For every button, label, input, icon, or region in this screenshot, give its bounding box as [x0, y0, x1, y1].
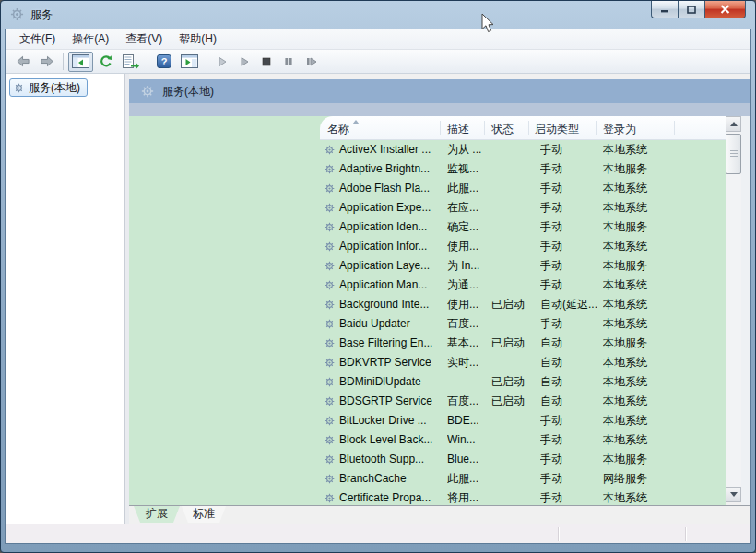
scrollbar-thumb[interactable]	[726, 134, 741, 174]
tab-standard[interactable]: 标准	[182, 506, 226, 523]
column-header-description[interactable]: 描述	[447, 122, 469, 137]
refresh-button[interactable]	[95, 52, 117, 72]
service-status	[491, 488, 534, 505]
table-row[interactable]: Application Infor... 使用... 手动 本地系统	[320, 237, 729, 256]
service-logon-as: 网络服务	[603, 469, 686, 488]
pane-header: 服务(本地)	[129, 79, 750, 103]
export-list-button[interactable]	[119, 52, 143, 72]
service-gear-icon	[325, 493, 335, 503]
service-name: Application Laye...	[339, 256, 430, 276]
table-row[interactable]: Application Iden... 确定... 手动 本地服务	[320, 218, 729, 237]
menu-help[interactable]: 帮助(H)	[171, 29, 225, 49]
table-row[interactable]: BitLocker Drive ... BDE... 手动 本地系统	[320, 411, 729, 430]
help-button[interactable]: ?	[153, 52, 175, 72]
service-gear-icon	[325, 319, 335, 329]
pause-service-icon	[282, 55, 295, 68]
toolbar: ?	[6, 50, 750, 74]
table-row[interactable]: Bluetooth Supp... Blue... 手动 本地服务	[320, 450, 729, 469]
menu-file[interactable]: 文件(F)	[11, 29, 64, 49]
service-name: Application Man...	[339, 276, 427, 295]
service-startup-type: 手动	[540, 218, 601, 237]
service-status	[491, 353, 534, 372]
table-row[interactable]: ActiveX Installer ... 为从 ... 手动 本地系统	[320, 140, 729, 159]
pane-header-gear-icon	[141, 85, 154, 98]
menu-view[interactable]: 查看(V)	[117, 29, 171, 49]
close-button[interactable]	[704, 1, 746, 18]
column-header-name[interactable]: 名称	[327, 122, 349, 137]
table-row[interactable]: BDKVRTP Service 实时... 自动 本地系统	[320, 353, 729, 372]
sidebar-item-services-local[interactable]: 服务(本地)	[9, 78, 88, 97]
service-logon-as: 本地系统	[603, 140, 686, 159]
column-header-logon-as[interactable]: 登录为	[603, 122, 636, 137]
scroll-down-button[interactable]	[726, 487, 741, 502]
table-row[interactable]: BDSGRTP Service 百度... 已启动 自动 本地系统	[320, 392, 729, 411]
service-gear-icon	[325, 261, 335, 271]
service-logon-as: 本地服务	[603, 334, 686, 353]
column-header-startup-type[interactable]: 启动类型	[535, 122, 579, 137]
service-name: Certificate Propa...	[339, 488, 431, 505]
services-table: 名称 描述 状态 启动类型 登录为	[320, 116, 729, 505]
table-row[interactable]: Application Expe... 在应... 手动 本地系统	[320, 198, 729, 218]
service-description: 使用...	[447, 237, 489, 256]
table-row[interactable]: Application Laye... 为 In... 手动 本地服务	[320, 256, 729, 276]
service-startup-type: 手动	[540, 198, 601, 218]
restart-service-button[interactable]	[301, 52, 322, 72]
service-description: 百度...	[447, 314, 489, 334]
resume-service-button[interactable]	[234, 52, 254, 72]
forward-button[interactable]	[36, 52, 58, 72]
table-row[interactable]: Adobe Flash Pla... 此服... 手动 本地系统	[320, 179, 729, 198]
start-service-button[interactable]	[212, 52, 232, 72]
service-status	[491, 159, 534, 179]
service-startup-type: 手动	[540, 237, 601, 256]
menu-action[interactable]: 操作(A)	[64, 29, 117, 49]
table-row[interactable]: Adaptive Brightn... 监视... 手动 本地服务	[320, 159, 729, 179]
vertical-scrollbar[interactable]	[726, 116, 741, 502]
stop-service-icon	[260, 55, 273, 68]
service-description: 此服...	[447, 179, 489, 198]
scrollbar-grip-icon	[730, 150, 738, 151]
pause-service-button[interactable]	[278, 52, 299, 72]
service-description: BDE...	[447, 411, 489, 430]
service-description: 百度...	[447, 392, 489, 411]
maximize-button[interactable]	[678, 1, 704, 18]
service-gear-icon	[325, 145, 335, 155]
table-row[interactable]: Certificate Propa... 将用... 手动 本地系统	[320, 488, 729, 505]
service-logon-as: 本地系统	[603, 411, 686, 430]
service-name: BDMiniDlUpdate	[339, 372, 421, 392]
service-name: Base Filtering En...	[339, 334, 432, 353]
scroll-down-icon	[730, 492, 738, 497]
service-startup-type: 手动	[540, 256, 601, 276]
maximize-icon	[687, 6, 696, 14]
table-row[interactable]: Block Level Back... Win... 手动 本地系统	[320, 430, 729, 450]
service-name: ActiveX Installer ...	[339, 140, 431, 159]
service-logon-as: 本地系统	[603, 488, 686, 505]
table-row[interactable]: Baidu Updater 百度... 手动 本地系统	[320, 314, 729, 334]
services-gear-icon	[10, 7, 24, 21]
service-description: 为从 ...	[447, 140, 489, 159]
service-gear-icon	[325, 377, 335, 387]
console-tree-icon	[72, 54, 89, 68]
show-console-tree-button[interactable]	[68, 52, 93, 72]
scroll-up-button[interactable]	[726, 116, 741, 132]
service-status	[491, 237, 534, 256]
show-action-pane-button[interactable]	[177, 52, 202, 72]
service-startup-type: 手动	[540, 179, 601, 198]
table-row[interactable]: Background Inte... 使用... 已启动 自动(延迟... 本地…	[320, 295, 729, 314]
back-button[interactable]	[12, 52, 34, 72]
service-startup-type: 自动	[540, 334, 601, 353]
stop-service-button[interactable]	[256, 52, 277, 72]
service-gear-icon	[325, 474, 335, 484]
service-status	[491, 198, 534, 218]
service-name: Adaptive Brightn...	[339, 159, 430, 179]
column-header-status[interactable]: 状态	[491, 122, 514, 137]
service-gear-icon	[14, 83, 24, 93]
title-bar[interactable]: 服务	[1, 1, 755, 29]
close-icon	[720, 5, 730, 14]
table-row[interactable]: BranchCache 此服... 手动 网络服务	[320, 469, 729, 488]
service-startup-type: 自动	[540, 353, 601, 372]
table-row[interactable]: Application Man... 为通... 手动 本地系统	[320, 276, 729, 295]
tab-extended[interactable]: 扩展	[134, 506, 180, 523]
minimize-button[interactable]	[651, 1, 678, 18]
table-row[interactable]: BDMiniDlUpdate 已启动 自动 本地系统	[320, 372, 729, 392]
table-row[interactable]: Base Filtering En... 基本... 已启动 自动 本地服务	[320, 334, 729, 353]
